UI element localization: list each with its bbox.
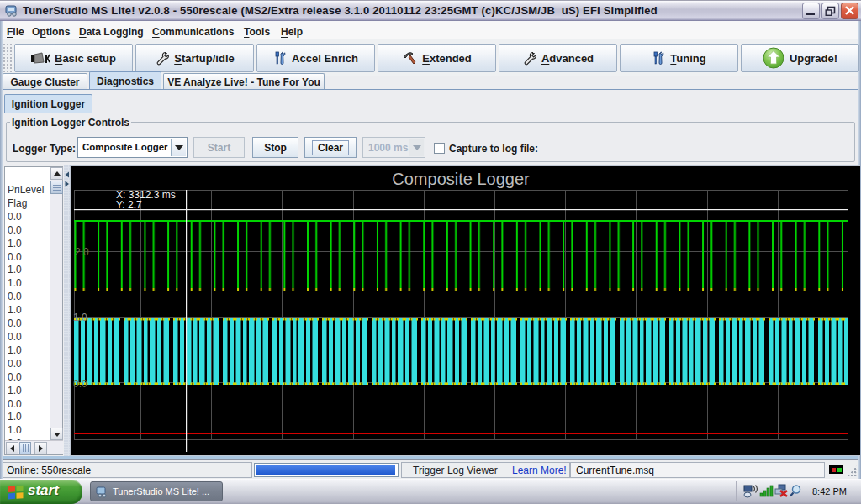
- svg-text:Composite Logger: Composite Logger: [392, 170, 530, 188]
- svg-text:0.0: 0.0: [73, 378, 87, 390]
- svg-text:1.0: 1.0: [73, 312, 87, 323]
- svg-text:Y: 2.7: Y: 2.7: [116, 199, 142, 211]
- svg-text:2.0: 2.0: [75, 246, 89, 258]
